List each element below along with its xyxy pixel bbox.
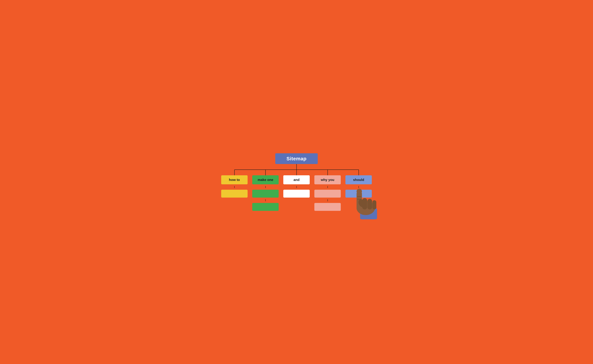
child-line-4b	[327, 199, 328, 201]
connectors-area	[219, 164, 374, 175]
node-make-one: make one	[252, 175, 279, 184]
node-and-sub1	[283, 190, 310, 198]
label-and: and	[293, 178, 300, 182]
child-line-2a	[265, 186, 266, 188]
diagram-container: Sitemap how to ma	[219, 153, 374, 211]
child-col-3: and	[281, 175, 312, 198]
node-make-one-sub1	[252, 190, 279, 198]
child-line-2b	[265, 199, 266, 201]
child-col-1: how to	[219, 175, 250, 198]
child-col-4: why you	[312, 175, 343, 211]
svg-point-10	[357, 189, 362, 194]
svg-rect-13	[372, 200, 376, 209]
node-why-you-sub1	[314, 190, 341, 198]
svg-rect-12	[367, 199, 372, 209]
hand-pointer-icon	[349, 180, 380, 219]
child-line-3a	[296, 186, 297, 188]
node-and: and	[283, 175, 310, 184]
label-why-you: why you	[321, 178, 334, 182]
label-how-to: how to	[229, 178, 240, 182]
child-line-1a	[234, 186, 235, 188]
root-box: Sitemap	[275, 153, 318, 164]
root-node: Sitemap	[219, 153, 374, 164]
child-col-2: make one	[250, 175, 281, 211]
node-how-to: how to	[221, 175, 248, 184]
child-line-4a	[327, 186, 328, 188]
hand-pointer-container	[349, 180, 380, 219]
node-make-one-sub2	[252, 203, 279, 211]
node-how-to-sub1	[221, 190, 248, 198]
root-label: Sitemap	[287, 156, 306, 161]
label-make-one: make one	[258, 178, 273, 182]
node-why-you-sub2	[314, 203, 341, 211]
connector-svg	[219, 164, 374, 175]
node-why-you: why you	[314, 175, 341, 184]
